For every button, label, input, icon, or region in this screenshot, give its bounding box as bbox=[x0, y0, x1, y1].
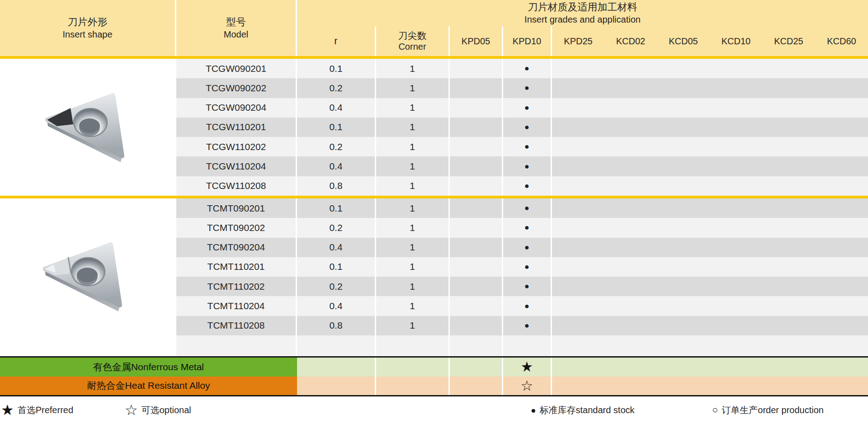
legend-item-star-filled: ★首选Preferred bbox=[1, 402, 73, 418]
grade-cell-kcd05 bbox=[657, 277, 710, 296]
model-cell: TCMT090204 bbox=[176, 238, 297, 257]
col-header-kcd60: KCD60 bbox=[815, 26, 868, 56]
corner-cell: 1 bbox=[376, 257, 450, 277]
table-body: TCGW0902010.11●TCGW0902020.21●TCGW090204… bbox=[0, 59, 868, 356]
application-row-heat-resistant-alloy: 耐热合金Heat Resistant Alloy☆ bbox=[0, 377, 868, 396]
grade-cell-kcd10 bbox=[710, 59, 762, 78]
grades-title-zh: 刀片材质及适用加工材料 bbox=[528, 0, 637, 14]
application-row-nonferrous-metal: 有色金属Nonferrous Metal★ bbox=[0, 358, 868, 377]
corner-cell: 1 bbox=[376, 277, 450, 296]
grade-cell-kcd10 bbox=[710, 137, 762, 156]
col-header-kpd10: KPD10 bbox=[503, 26, 552, 56]
r-cell: 0.2 bbox=[297, 78, 376, 98]
legend-label: 可选optional bbox=[142, 404, 191, 416]
grade-cell-kcd05 bbox=[657, 198, 710, 218]
insert-shape-label-en: Insert shape bbox=[62, 28, 112, 41]
grade-cell-kcd60 bbox=[815, 156, 868, 176]
grade-cell-kpd10-stock-dot: ● bbox=[503, 296, 552, 316]
r-cell: 0.8 bbox=[297, 316, 376, 335]
grade-cell-kpd10-stock-dot: ● bbox=[503, 137, 552, 156]
table-row-tcmt090202: TCMT0902020.21● bbox=[0, 218, 868, 237]
corner-cell: 1 bbox=[376, 198, 450, 218]
grade-cell-kcd25 bbox=[762, 335, 815, 356]
r-cell: 0.4 bbox=[297, 156, 376, 176]
col-header-kpd25: KPD25 bbox=[552, 26, 604, 56]
grade-cell-kcd25 bbox=[762, 296, 815, 316]
grade-cell-kcd02 bbox=[604, 59, 657, 78]
grade-cell-kcd02 bbox=[604, 296, 657, 316]
model-cell: TCMT110201 bbox=[176, 257, 297, 277]
grade-cell-kpd25 bbox=[552, 238, 604, 257]
grade-cell-kcd25 bbox=[762, 137, 815, 156]
r-cell bbox=[297, 358, 376, 377]
shape-column-cell bbox=[0, 198, 176, 218]
grade-cell-kpd25 bbox=[552, 277, 604, 296]
table-row-tcgw110208: TCGW1102080.81● bbox=[0, 176, 868, 196]
grade-cell-kpd25 bbox=[552, 59, 604, 78]
model-cell: TCMT110202 bbox=[176, 277, 297, 296]
grade-cell-kpd05 bbox=[450, 257, 503, 277]
r-cell: 0.4 bbox=[297, 98, 376, 118]
grade-cell-kpd10 bbox=[503, 335, 552, 356]
grade-cell-kpd10-stock-dot: ● bbox=[503, 277, 552, 296]
grade-cell-kpd25 bbox=[552, 137, 604, 156]
col-header-model: 型号 Model bbox=[176, 0, 297, 56]
grade-cell-kcd10 bbox=[710, 316, 762, 335]
corner-cell: 1 bbox=[376, 316, 450, 335]
grades-title-en: Insert grades and application bbox=[524, 14, 641, 26]
col-header-kcd10: KCD10 bbox=[710, 26, 762, 56]
model-cell: TCMT110208 bbox=[176, 316, 297, 335]
grade-cell-kpd10-stock-dot: ● bbox=[503, 176, 552, 196]
grade-cell-kpd10-stock-dot: ● bbox=[503, 316, 552, 335]
grade-cell-kpd10-stock-dot: ● bbox=[503, 218, 552, 237]
grade-cell-kcd25 bbox=[762, 316, 815, 335]
corner-cell: 1 bbox=[376, 176, 450, 196]
legend-item-star-outline: ☆可选optional bbox=[125, 402, 191, 418]
r-cell: 0.1 bbox=[297, 59, 376, 78]
grade-cell-kcd10 bbox=[710, 118, 762, 137]
grade-cell-kpd10-stock-dot: ● bbox=[503, 238, 552, 257]
application-label: 耐热合金Heat Resistant Alloy bbox=[0, 377, 297, 396]
grade-cell-kcd10 bbox=[710, 335, 762, 356]
corner-cell: 1 bbox=[376, 137, 450, 156]
model-cell bbox=[176, 335, 297, 356]
grade-cell-kpd05 bbox=[450, 238, 503, 257]
grade-cell-kcd25 bbox=[762, 198, 815, 218]
r-cell: 0.2 bbox=[297, 277, 376, 296]
grade-cell-kpd25 bbox=[552, 218, 604, 237]
grade-cell-kpd25 bbox=[552, 118, 604, 137]
corner-cell: 1 bbox=[376, 156, 450, 176]
insert-catalog-table: 刀片外形 Insert shape 型号 Model 刀片材质及适用加工材料 I… bbox=[0, 0, 868, 424]
application-rows: 有色金属Nonferrous Metal★耐热合金Heat Resistant … bbox=[0, 356, 868, 396]
grade-cell-kpd25 bbox=[552, 78, 604, 98]
grade-cell-kcd02 bbox=[604, 198, 657, 218]
grade-cell-kpd25 bbox=[552, 316, 604, 335]
col-header-r: r bbox=[297, 26, 376, 56]
grade-cell-kcd10 bbox=[710, 78, 762, 98]
grade-cell-kcd05 bbox=[657, 296, 710, 316]
corner-cell: 1 bbox=[376, 238, 450, 257]
grade-cell-kcd05 bbox=[657, 176, 710, 196]
grade-cell-kpd25 bbox=[552, 335, 604, 356]
grade-cells-merged bbox=[552, 377, 868, 396]
grades-title: 刀片材质及适用加工材料 Insert grades and applicatio… bbox=[297, 0, 868, 26]
grade-cell-kpd05 bbox=[450, 377, 503, 396]
corner-cell: 1 bbox=[376, 78, 450, 98]
grade-cell-kpd10-stock-dot: ● bbox=[503, 78, 552, 98]
grade-cell-kpd05 bbox=[450, 176, 503, 196]
grade-cell-kcd25 bbox=[762, 98, 815, 118]
corner-cell: 1 bbox=[376, 98, 450, 118]
col-header-kcd05: KCD05 bbox=[657, 26, 710, 56]
grade-cell-kcd60 bbox=[815, 257, 868, 277]
grade-cell-kcd25 bbox=[762, 277, 815, 296]
grade-cell-kpd10-stock-dot: ● bbox=[503, 156, 552, 176]
r-cell bbox=[297, 335, 376, 356]
grade-cell-kcd10 bbox=[710, 296, 762, 316]
application-label: 有色金属Nonferrous Metal bbox=[0, 358, 297, 377]
r-cell: 0.2 bbox=[297, 137, 376, 156]
grade-cell-kcd60 bbox=[815, 59, 868, 78]
grade-cell-kcd25 bbox=[762, 218, 815, 237]
corner-cell: 1 bbox=[376, 296, 450, 316]
r-cell: 0.8 bbox=[297, 176, 376, 196]
col-header-kcd25: KCD25 bbox=[762, 26, 815, 56]
